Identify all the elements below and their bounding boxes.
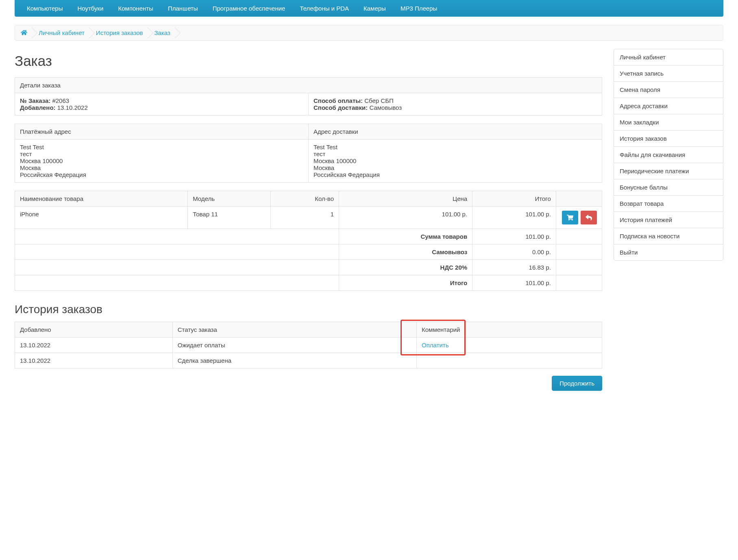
history-comment <box>417 353 602 368</box>
product-row: iPhone Товар 11 1 101.00 р. 101.00 р. <box>15 207 602 229</box>
breadcrumb-link[interactable]: История заказов <box>90 29 149 36</box>
addresses-table: Платёжный адрес Адрес доставки Test Test… <box>15 124 602 183</box>
breadcrumb-home[interactable] <box>21 29 33 36</box>
sidebar-item[interactable]: Учетная запись <box>614 65 723 82</box>
nav-item[interactable]: Телефоны и PDA <box>292 0 356 17</box>
nav-item[interactable]: Камеры <box>356 0 393 17</box>
sidebar-item[interactable]: Возврат товара <box>614 196 723 212</box>
history-added: 13.10.2022 <box>15 338 173 353</box>
sidebar-item[interactable]: Подписка на новости <box>614 228 723 244</box>
order-added-value: 13.10.2022 <box>57 104 88 111</box>
shipping-address-header: Адрес доставки <box>309 124 602 139</box>
order-no-label: № Заказа: <box>20 97 50 104</box>
col-price: Цена <box>339 191 472 207</box>
home-icon <box>21 29 27 36</box>
order-details-header: Детали заказа <box>15 78 602 93</box>
nav-item[interactable]: Компьютеры <box>20 0 70 17</box>
sidebar-item[interactable]: Адреса доставки <box>614 98 723 114</box>
total-label: Сумма товаров <box>339 229 472 244</box>
breadcrumb-link[interactable]: Личный кабинет <box>33 29 90 36</box>
history-status: Сделка завершена <box>172 353 416 368</box>
nav-item[interactable]: Програмное обеспечение <box>205 0 293 17</box>
sidebar-item[interactable]: История платежей <box>614 212 723 228</box>
shipping-method-value: Самовывоз <box>369 104 402 111</box>
sidebar-item[interactable]: Смена пароля <box>614 82 723 98</box>
return-button[interactable] <box>581 211 597 224</box>
col-model: Модель <box>188 191 271 207</box>
breadcrumb: Личный кабинет История заказов Заказ <box>15 25 723 41</box>
total-label: НДС 20% <box>339 260 472 275</box>
history-row: 13.10.2022 Сделка завершена <box>15 353 602 368</box>
reply-icon <box>586 214 592 221</box>
sidebar-item[interactable]: Периодические платежи <box>614 163 723 179</box>
payment-method-value: Сбер СБП <box>364 97 394 104</box>
total-value: 101.00 р. <box>472 275 556 291</box>
total-value: 16.83 р. <box>472 260 556 275</box>
nav-item[interactable]: Планшеты <box>161 0 205 17</box>
primary-nav: Компьютеры Ноутбуки Компоненты Планшеты … <box>15 0 723 17</box>
history-table: Добавлено Статус заказа Комментарий 13.1… <box>15 322 602 368</box>
cart-icon <box>567 214 573 221</box>
history-added: 13.10.2022 <box>15 353 173 368</box>
shipping-method-label: Способ доставки: <box>313 104 368 111</box>
col-qty: Кол-во <box>270 191 339 207</box>
col-history-comment: Комментарий <box>417 322 602 338</box>
col-total: Итого <box>472 191 556 207</box>
product-name: iPhone <box>15 207 188 229</box>
reorder-button[interactable] <box>562 211 578 224</box>
products-table: Наименование товара Модель Кол-во Цена И… <box>15 191 602 291</box>
history-title: История заказов <box>15 303 602 316</box>
account-sidebar: Личный кабинет Учетная запись Смена паро… <box>614 49 723 261</box>
nav-item[interactable]: Ноутбуки <box>70 0 111 17</box>
nav-item[interactable]: Компоненты <box>111 0 161 17</box>
nav-item[interactable]: MP3 Плееры <box>393 0 444 17</box>
pay-link[interactable]: Оплатить <box>422 342 449 349</box>
order-details-table: Детали заказа № Заказа: #2063 Добавлено:… <box>15 77 602 115</box>
total-label: Итого <box>339 275 472 291</box>
billing-address: Test Test тест Москва 100000 Москва Росс… <box>15 139 309 183</box>
col-history-status: Статус заказа <box>172 322 416 338</box>
breadcrumb-link[interactable]: Заказ <box>149 29 176 36</box>
product-qty: 1 <box>270 207 339 229</box>
sidebar-item[interactable]: Бонусные баллы <box>614 179 723 196</box>
total-label: Самовывоз <box>339 244 472 260</box>
billing-address-header: Платёжный адрес <box>15 124 309 139</box>
sidebar-item[interactable]: Личный кабинет <box>614 49 723 65</box>
sidebar-item[interactable]: Мои закладки <box>614 114 723 131</box>
history-row: 13.10.2022 Ожидает оплаты Оплатить <box>15 338 602 353</box>
sidebar-item[interactable]: Файлы для скачивания <box>614 147 723 163</box>
history-status: Ожидает оплаты <box>172 338 416 353</box>
total-value: 101.00 р. <box>472 229 556 244</box>
product-price: 101.00 р. <box>339 207 472 229</box>
order-added-label: Добавлено: <box>20 104 56 111</box>
col-history-added: Добавлено <box>15 322 173 338</box>
shipping-address: Test Test тест Москва 100000 Москва Росс… <box>309 139 602 183</box>
col-product-name: Наименование товара <box>15 191 188 207</box>
sidebar-item[interactable]: История заказов <box>614 131 723 147</box>
payment-method-label: Способ оплаты: <box>313 97 363 104</box>
sidebar-item[interactable]: Выйти <box>614 244 723 260</box>
total-value: 0.00 р. <box>472 244 556 260</box>
page-title: Заказ <box>15 53 602 69</box>
product-total: 101.00 р. <box>472 207 556 229</box>
product-model: Товар 11 <box>188 207 271 229</box>
continue-button[interactable]: Продолжить <box>552 376 602 391</box>
order-no-value: #2063 <box>52 97 69 104</box>
